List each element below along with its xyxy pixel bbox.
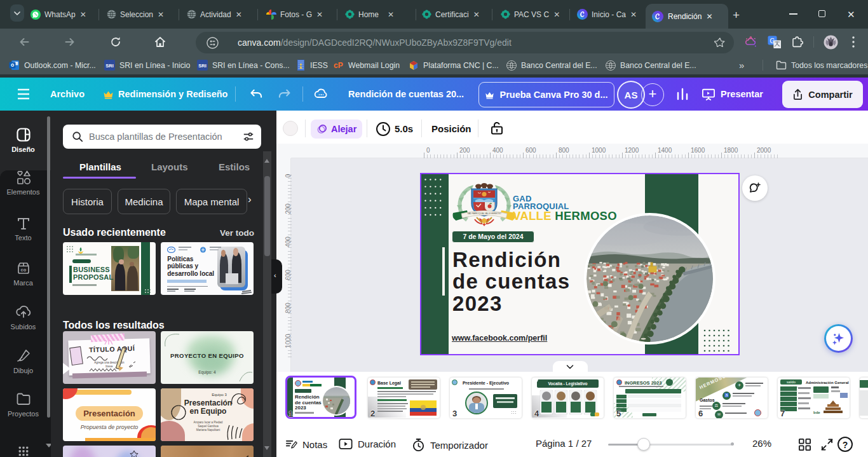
svg-text:o: o (11, 62, 14, 68)
svg-text:cP: cP (334, 61, 343, 70)
svg-text:SRI: SRI (105, 63, 114, 69)
svg-text:SRI: SRI (198, 63, 207, 69)
svg-text:GAD PARROQUIAL VALLE HERMOSO: GAD PARROQUIAL VALLE HERMOSO (468, 212, 502, 215)
svg-text:co: co (20, 267, 26, 273)
